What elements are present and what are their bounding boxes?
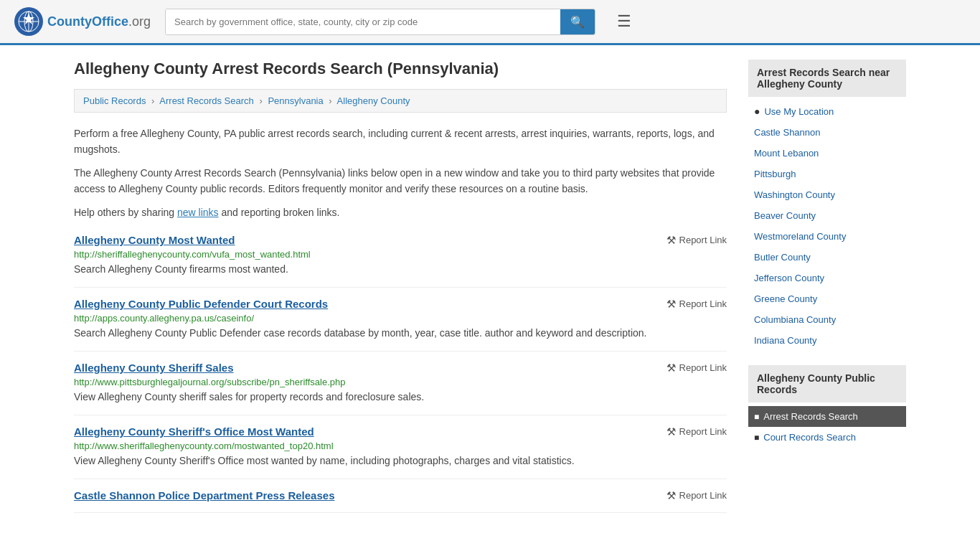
record-item: Castle Shannon Police Department Press R… [74, 479, 727, 513]
sidebar-item-jefferson-county[interactable]: Jefferson County [748, 268, 906, 288]
breadcrumb-allegheny[interactable]: Allegheny County [337, 95, 410, 106]
sidebar-item-beaver-county[interactable]: Beaver County [748, 205, 906, 226]
report-icon: ⚒ [666, 298, 676, 311]
record-url[interactable]: http://sheriffalleghenycounty.com/vufa_m… [74, 249, 727, 260]
site-header: CountyOffice.org 🔍 ☰ [0, 0, 980, 45]
report-link-button[interactable]: ⚒ Report Link [666, 362, 727, 375]
sidebar: Arrest Records Search near Allegheny Cou… [748, 60, 906, 513]
report-icon: ⚒ [666, 425, 676, 438]
content-area: Allegheny County Arrest Records Search (… [74, 60, 727, 513]
report-link-button[interactable]: ⚒ Report Link [666, 298, 727, 311]
sidebar-use-location[interactable]: ● Use My Location [748, 100, 906, 122]
record-item: Allegheny County Most Wanted ⚒ Report Li… [74, 224, 727, 288]
record-title[interactable]: Allegheny County Sheriff Sales [74, 362, 234, 374]
sidebar-item-pittsburgh[interactable]: Pittsburgh [748, 164, 906, 184]
report-link-button[interactable]: ⚒ Report Link [666, 234, 727, 247]
sidebar-pr-section: Allegheny County Public Records ■ Arrest… [748, 365, 906, 448]
breadcrumb-public-records[interactable]: Public Records [83, 95, 146, 106]
record-title[interactable]: Allegheny County Most Wanted [74, 234, 235, 246]
sidebar-pr-arrest-records[interactable]: ■ Arrest Records Search [748, 406, 906, 427]
sidebar-near-header: Arrest Records Search near Allegheny Cou… [748, 60, 906, 97]
sidebar-pr-header: Allegheny County Public Records [748, 365, 906, 402]
sidebar-item-washington-county[interactable]: Washington County [748, 184, 906, 205]
record-item: Allegheny County Sheriff Sales ⚒ Report … [74, 352, 727, 415]
menu-icon[interactable]: ☰ [617, 12, 631, 31]
report-icon: ⚒ [666, 234, 676, 247]
records-list: Allegheny County Most Wanted ⚒ Report Li… [74, 224, 727, 513]
record-url[interactable]: http://www.pittsburghlegaljournal.org/su… [74, 377, 727, 387]
sidebar-item-butler-county[interactable]: Butler County [748, 247, 906, 268]
record-title[interactable]: Castle Shannon Police Department Press R… [74, 489, 334, 501]
record-desc: View Allegheny County Sheriff's Office m… [74, 453, 727, 468]
use-my-location-link[interactable]: Use My Location [764, 106, 834, 117]
description-para3: Help others by sharing new links and rep… [74, 204, 727, 220]
description-para2: The Allegheny County Arrest Records Sear… [74, 165, 727, 197]
record-title[interactable]: Allegheny County Sheriff's Office Most W… [74, 425, 314, 438]
court-records-icon: ■ [754, 433, 759, 443]
location-icon: ● [754, 105, 760, 117]
search-input[interactable] [166, 9, 560, 34]
breadcrumb-arrest-records[interactable]: Arrest Records Search [159, 95, 254, 106]
logo-text: CountyOffice.org [47, 14, 151, 29]
page-title: Allegheny County Arrest Records Search (… [74, 60, 727, 78]
new-links-link[interactable]: new links [177, 207, 219, 218]
breadcrumb-pennsylvania[interactable]: Pennsylvania [268, 95, 323, 106]
search-bar: 🔍 [165, 9, 595, 35]
record-desc: View Allegheny County sheriff sales for … [74, 390, 727, 405]
record-item: Allegheny County Public Defender Court R… [74, 288, 727, 352]
site-logo[interactable]: CountyOffice.org [14, 7, 151, 36]
report-link-button[interactable]: ⚒ Report Link [666, 489, 727, 502]
record-desc: Search Allegheny County firearms most wa… [74, 262, 727, 277]
sidebar-item-westmoreland-county[interactable]: Westmoreland County [748, 226, 906, 247]
report-icon: ⚒ [666, 489, 676, 502]
record-title[interactable]: Allegheny County Public Defender Court R… [74, 298, 328, 310]
sidebar-near-section: Arrest Records Search near Allegheny Cou… [748, 60, 906, 351]
arrest-records-icon: ■ [754, 412, 759, 422]
sidebar-item-mount-lebanon[interactable]: Mount Lebanon [748, 143, 906, 164]
record-url[interactable]: http://www.sheriffalleghenycounty.com/mo… [74, 441, 727, 451]
record-item: Allegheny County Sheriff's Office Most W… [74, 415, 727, 479]
breadcrumb: Public Records › Arrest Records Search ›… [74, 89, 727, 113]
logo-icon [14, 7, 43, 36]
sidebar-item-columbiana-county[interactable]: Columbiana County [748, 309, 906, 330]
sidebar-item-castle-shannon[interactable]: Castle Shannon [748, 122, 906, 143]
main-container: Allegheny County Arrest Records Search (… [60, 45, 920, 527]
search-button[interactable]: 🔍 [560, 9, 595, 34]
record-desc: Search Allegheny County Public Defender … [74, 326, 727, 341]
report-icon: ⚒ [666, 362, 676, 375]
record-url[interactable]: http://apps.county.allegheny.pa.us/casei… [74, 313, 727, 324]
sidebar-pr-court-records[interactable]: ■ Court Records Search [748, 427, 906, 448]
sidebar-item-indiana-county[interactable]: Indiana County [748, 330, 906, 351]
report-link-button[interactable]: ⚒ Report Link [666, 425, 727, 438]
sidebar-item-greene-county[interactable]: Greene County [748, 288, 906, 309]
description-para1: Perform a free Allegheny County, PA publ… [74, 126, 727, 158]
